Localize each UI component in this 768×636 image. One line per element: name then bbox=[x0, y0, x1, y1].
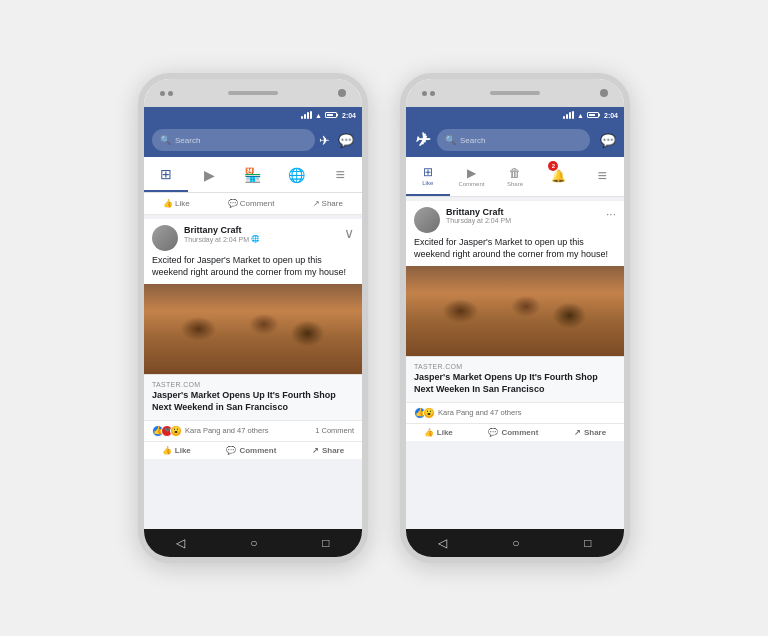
tab-share-right[interactable]: 🗑 Share bbox=[493, 157, 537, 196]
tab-menu-right[interactable]: ≡ bbox=[580, 157, 624, 196]
avatar-img-left bbox=[152, 225, 178, 251]
reactions-label-right: Kara Pang and 47 others bbox=[438, 408, 521, 417]
search-box-right[interactable]: 🔍 Search bbox=[437, 129, 590, 151]
recents-btn-left[interactable]: □ bbox=[322, 536, 329, 550]
tab-like-label-right: Like bbox=[422, 180, 433, 186]
post-time-left: Thursday at 2:04 PM 🌐 bbox=[184, 235, 338, 243]
fb-tabs-right: ⊞ Like ▶ Comment 🗑 Share 🔔 2 ≡ bbox=[406, 157, 624, 197]
battery-icon-right bbox=[587, 112, 599, 118]
comment-action-label-right: Comment bbox=[501, 428, 538, 437]
tab-notif-right[interactable]: 🔔 2 bbox=[537, 157, 581, 196]
fb-navbar-right[interactable]: ✈ 🔍 Search 💬 bbox=[406, 123, 624, 157]
signal-bar-2-right bbox=[566, 114, 568, 119]
recents-btn-right[interactable]: □ bbox=[584, 536, 591, 550]
signal-icon-right bbox=[563, 111, 574, 119]
post-privacy-icon-left: 🌐 bbox=[251, 235, 260, 243]
signal-icon bbox=[301, 111, 312, 119]
comparison-scene: ▲ 2:04 🔍 Search ✈ 💬 ⊞ bbox=[138, 73, 630, 563]
camera-lens-right bbox=[600, 89, 608, 97]
reactions-left-right: 👍 😮 Kara Pang and 47 others bbox=[414, 407, 521, 419]
fb-navbar-left[interactable]: 🔍 Search ✈ 💬 bbox=[144, 123, 362, 157]
action-like-right[interactable]: 👍 Like bbox=[424, 428, 453, 437]
post-meta-right: Brittany Craft Thursday at 2:04 PM bbox=[446, 207, 600, 224]
tab-menu-left[interactable]: ≡ bbox=[318, 157, 362, 192]
share-action-label-left: Share bbox=[322, 446, 344, 455]
share-label-top-left: Share bbox=[322, 199, 343, 208]
comment-count-left: 1 Comment bbox=[315, 426, 354, 435]
post-image-left bbox=[144, 284, 362, 374]
signal-bar-1 bbox=[301, 116, 303, 119]
dot-1 bbox=[160, 91, 165, 96]
phone-top-bezel-right bbox=[406, 79, 624, 107]
messenger-icon-left[interactable]: 💬 bbox=[338, 133, 354, 148]
post-more-left[interactable]: ∨ bbox=[344, 225, 354, 241]
phone-speaker-dots bbox=[160, 91, 173, 96]
comment-action-top-left[interactable]: 💬 Comment bbox=[228, 199, 275, 208]
post-time-right-display: Thursday at 2:04 PM bbox=[446, 217, 600, 224]
tab-store-left[interactable]: 🏪 bbox=[231, 157, 275, 192]
messenger-icon-right[interactable]: 💬 bbox=[600, 133, 616, 148]
tab-menu-icon-left: ≡ bbox=[336, 166, 345, 184]
action-comment-left[interactable]: 💬 Comment bbox=[226, 446, 276, 455]
like-action-top-left[interactable]: 👍 Like bbox=[163, 199, 190, 208]
tab-comment-right[interactable]: ▶ Comment bbox=[450, 157, 494, 196]
back-btn-left[interactable]: ◁ bbox=[176, 536, 185, 550]
post-link-source-right: TASTER.COM bbox=[414, 363, 616, 370]
wifi-icon: ▲ bbox=[315, 112, 322, 119]
send-icon-left[interactable]: ✈ bbox=[319, 133, 330, 148]
post-author-left: Brittany Craft bbox=[184, 225, 338, 235]
post-card-left: Brittany Craft Thursday at 2:04 PM 🌐 ∨ E… bbox=[144, 219, 362, 459]
post-text-right: Excited for Jasper's Market to open up t… bbox=[406, 237, 624, 266]
tab-like-right[interactable]: ⊞ Like bbox=[406, 157, 450, 196]
tab-home-icon-left: ⊞ bbox=[160, 166, 172, 182]
share-icon-top-left: ↗ bbox=[313, 199, 320, 208]
signal-bar-4 bbox=[310, 111, 312, 119]
reaction-emojis-right: 👍 😮 bbox=[414, 407, 435, 419]
phone-right: ▲ 2:04 ✈ 🔍 Search 💬 ⊞ Like bbox=[400, 73, 630, 563]
search-icon-right: 🔍 bbox=[445, 135, 456, 145]
search-icon-left: 🔍 bbox=[160, 135, 171, 145]
post-more-right[interactable]: ··· bbox=[606, 207, 616, 221]
status-bar-right-left: ▲ 2:04 bbox=[301, 111, 356, 119]
action-like-left[interactable]: 👍 Like bbox=[162, 446, 191, 455]
signal-bar-1-right bbox=[563, 116, 565, 119]
share-action-label-right: Share bbox=[584, 428, 606, 437]
home-btn-right[interactable]: ○ bbox=[512, 536, 519, 550]
signal-bar-2 bbox=[304, 114, 306, 119]
tab-home-left[interactable]: ⊞ bbox=[144, 157, 188, 192]
like-action-icon-left: 👍 bbox=[162, 446, 172, 455]
dot-1-right bbox=[422, 91, 427, 96]
tab-video-left[interactable]: ▶ bbox=[188, 157, 232, 192]
bread-visual-right bbox=[406, 266, 624, 356]
navbar-icons-right: 💬 bbox=[600, 133, 616, 148]
post-link-preview-right[interactable]: TASTER.COM Jasper's Market Opens Up It's… bbox=[406, 356, 624, 401]
post-reactions-left: 👍 ❤ 😮 Kara Pang and 47 others 1 Comment bbox=[144, 420, 362, 441]
like-action-label-right: Like bbox=[437, 428, 453, 437]
comment-label-top-left: Comment bbox=[240, 199, 275, 208]
tab-comment-label-right: Comment bbox=[458, 181, 484, 187]
prev-post-actions-left: 👍 Like 💬 Comment ↗ Share bbox=[144, 193, 362, 215]
speaker-grille bbox=[228, 91, 278, 95]
post-link-source-left: TASTER.COM bbox=[152, 381, 354, 388]
action-comment-right[interactable]: 💬 Comment bbox=[488, 428, 538, 437]
back-btn-right[interactable]: ◁ bbox=[438, 536, 447, 550]
share-action-top-left[interactable]: ↗ Share bbox=[313, 199, 343, 208]
search-box-left[interactable]: 🔍 Search bbox=[152, 129, 315, 151]
post-link-preview-left[interactable]: TASTER.COM Jasper's Market Opens Up It's… bbox=[144, 374, 362, 419]
home-btn-left[interactable]: ○ bbox=[250, 536, 257, 550]
search-placeholder-right: Search bbox=[460, 136, 485, 145]
tab-globe-left[interactable]: 🌐 bbox=[275, 157, 319, 192]
signal-bar-4-right bbox=[572, 111, 574, 119]
action-share-left[interactable]: ↗ Share bbox=[312, 446, 344, 455]
action-share-right[interactable]: ↗ Share bbox=[574, 428, 606, 437]
signal-bar-3 bbox=[307, 112, 309, 119]
tab-globe-icon-left: 🌐 bbox=[288, 167, 305, 183]
post-header-left: Brittany Craft Thursday at 2:04 PM 🌐 ∨ bbox=[144, 219, 362, 255]
post-author-right: Brittany Craft bbox=[446, 207, 600, 217]
like-label-top-left: Like bbox=[175, 199, 190, 208]
battery-fill-right bbox=[589, 114, 595, 116]
wifi-icon-right: ▲ bbox=[577, 112, 584, 119]
reaction-wow-right: 😮 bbox=[423, 407, 435, 419]
avatar-img-right bbox=[414, 207, 440, 233]
status-bar-right-right: ▲ 2:04 bbox=[563, 111, 618, 119]
